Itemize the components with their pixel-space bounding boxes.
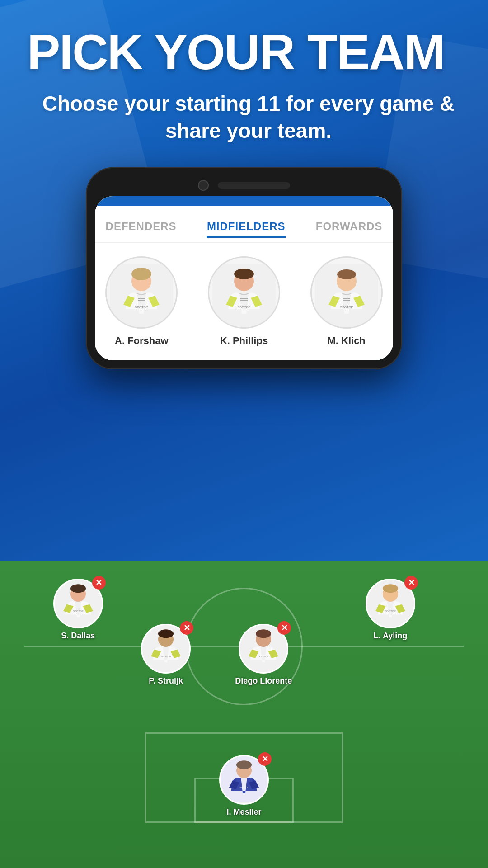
ayling-name: L. Ayling [374,631,408,641]
pitch-player-dallas: SBOTOP ✕ S. Dallas [53,579,103,641]
svg-rect-8 [138,300,145,301]
tab-defenders[interactable]: DEFENDERS [106,217,177,238]
player-card-phillips[interactable]: SBOTOP K. Phillips [203,256,285,347]
svg-rect-7 [138,298,145,299]
svg-text:SBOTOP: SBOTOP [160,655,171,658]
player-photo-phillips: SBOTOP [208,256,280,329]
svg-rect-21 [343,298,350,299]
svg-text:SBOTOP: SBOTOP [340,306,353,309]
remove-meslier-btn[interactable]: ✕ [258,752,272,766]
player-select-modal: ✕ SELECT A PLAYER DEFENDERS MIDFIELDERS … [95,196,393,360]
svg-text:SBOTOP: SBOTOP [73,610,84,613]
remove-struijk-btn[interactable]: ✕ [180,621,193,635]
svg-point-27 [70,584,86,593]
svg-point-35 [256,629,271,638]
player-name-phillips: K. Phillips [220,335,268,347]
phone-notch [95,176,393,196]
remove-ayling-btn[interactable]: ✕ [404,576,418,590]
phone-speaker [218,182,290,189]
players-grid: SBOTOP A. Forshaw [95,243,393,360]
svg-point-43 [236,760,252,769]
svg-text:SBOTOP: SBOTOP [239,786,249,789]
pitch-player-ayling: SBOTOP ✕ L. Ayling [366,579,415,641]
header-section: PICK YOUR TEAM Choose your starting 11 f… [0,0,488,154]
svg-text:SBOTOP: SBOTOP [237,306,250,309]
llorente-name: Diego Llorente [235,676,292,686]
player-card-forshaw[interactable]: SBOTOP A. Forshaw [101,256,182,347]
player-name-forshaw: A. Forshaw [115,335,169,347]
tab-forwards[interactable]: FORWARDS [316,217,383,238]
player-name-klich: M. Klich [327,335,365,347]
main-title: PICK YOUR TEAM [27,27,470,77]
position-tabs: DEFENDERS MIDFIELDERS FORWARDS [95,206,393,243]
remove-dallas-btn[interactable]: ✕ [92,576,106,590]
phone-screen: ☰ ⊙ ✉ ↗ ⊞ 📋 ⏰ ▼ ▌▌ 🔋 8:08 ‹ PICK [95,196,393,360]
modal-header: ✕ SELECT A PLAYER [95,196,393,206]
player-photo-klich: SBOTOP [310,256,383,329]
meslier-name: I. Meslier [226,807,261,817]
svg-text:SBOTOP: SBOTOP [258,655,269,658]
player-photo-forshaw: SBOTOP [105,256,178,329]
pitch-extended: SBOTOP ✕ S. Dallas SBOTOP [0,561,488,868]
pitch-player-llorente: SBOTOP ✕ Diego Llorente [235,624,292,686]
svg-rect-23 [343,302,350,302]
struijk-name: P. Struijk [149,676,183,686]
svg-point-20 [337,269,356,279]
player-card-klich[interactable]: SBOTOP M. Klich [306,256,387,347]
svg-point-13 [234,269,254,279]
phone-body: ☰ ⊙ ✉ ↗ ⊞ 📋 ⏰ ▼ ▌▌ 🔋 8:08 ‹ PICK [86,167,402,369]
svg-point-6 [131,268,151,280]
remove-llorente-btn[interactable]: ✕ [277,621,291,635]
subtitle: Choose your starting 11 for every game &… [27,90,470,145]
svg-rect-16 [240,302,248,302]
svg-rect-14 [240,298,248,299]
phone-camera [198,180,209,191]
dallas-name: S. Dallas [61,631,95,641]
phone-mockup: ☰ ⊙ ✉ ↗ ⊞ 📋 ⏰ ▼ ▌▌ 🔋 8:08 ‹ PICK [86,167,402,369]
svg-text:SBOTOP: SBOTOP [135,306,148,309]
svg-point-39 [383,584,398,593]
svg-rect-15 [240,300,248,301]
tab-midfielders[interactable]: MIDFIELDERS [207,217,286,238]
svg-point-31 [158,629,174,638]
svg-rect-22 [343,300,350,301]
svg-text:SBOTOP: SBOTOP [385,610,396,613]
pitch-player-meslier: SBOTOP ✕ I. Meslier [219,755,269,817]
pitch-player-struijk: SBOTOP ✕ P. Struijk [141,624,191,686]
svg-rect-9 [138,302,145,302]
